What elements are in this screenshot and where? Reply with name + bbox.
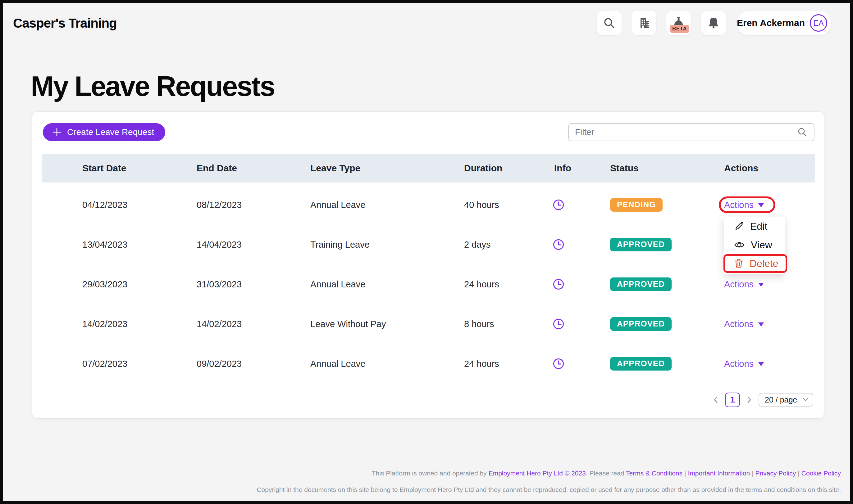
eye-icon [734,241,745,249]
user-name: Eren Ackerman [737,18,805,28]
create-leave-request-button[interactable]: Create Leave Request [43,123,165,141]
status-badge: PENDING [610,198,663,211]
row-4-actions-dropdown-trigger[interactable]: Actions [724,319,764,329]
header-status: Status [610,154,639,182]
search-button[interactable] [597,11,622,35]
important-information-link[interactable]: Important Information [688,470,750,477]
search-icon [603,17,615,29]
status-badge: APPROVED [610,238,672,251]
privacy-policy-link[interactable]: Privacy Policy [755,470,796,477]
clock-icon [552,278,565,290]
menu-item-delete[interactable]: Delete [724,254,787,273]
page-size-value: 20 / page [765,395,797,404]
actions-cell: Actions [724,344,764,383]
status-cell: APPROVED [610,304,672,344]
duration-cell: 24 hours [464,265,499,304]
separator: | [750,470,755,477]
screen: Casper's Training [0,0,853,504]
footer-text: . Please read [586,470,626,477]
table-row: 14/02/2023 14/02/2023 Leave Without Pay … [41,304,815,344]
notifications-button[interactable] [701,11,726,35]
chevron-down-icon [803,398,808,401]
header-leave-type: Leave Type [310,154,360,182]
end-date-cell: 08/12/2023 [197,185,242,225]
company-link[interactable]: Employment Hero Pty Ltd © 2023 [489,470,586,477]
app-title: Casper's Training [13,11,117,36]
status-cell: PENDING [610,185,663,225]
table-header-row: Start Date End Date Leave Type Duration … [41,154,815,182]
duration-cell: 8 hours [464,304,494,344]
table-row: 13/04/2023 14/04/2023 Training Leave 2 d… [41,225,815,265]
end-date-cell: 14/04/2023 [197,225,242,265]
actions-label: Actions [724,279,754,290]
clock-icon [552,358,565,370]
pencil-icon [734,221,744,231]
terms-link[interactable]: Terms & Conditions [626,470,682,477]
organisation-button[interactable] [631,11,656,35]
trash-icon [734,258,743,268]
status-badge: APPROVED [610,317,672,330]
menu-item-label: Edit [750,221,767,232]
duration-cell: 40 hours [464,185,499,225]
menu-item-view[interactable]: View [724,236,785,254]
actions-cell: Actions [724,304,764,344]
chevron-down-icon [758,283,764,287]
info-cell[interactable] [552,225,565,265]
cookie-policy-link[interactable]: Cookie Policy [801,470,841,477]
header-info: Info [554,154,571,182]
clock-icon [552,318,565,330]
menu-item-edit[interactable]: Edit [724,217,785,236]
organisation-icon [637,16,651,30]
leave-type-cell: Annual Leave [310,344,365,383]
page-title: My Leave Requests [31,72,274,100]
clock-icon [552,199,565,211]
row-1-actions-dropdown-trigger[interactable]: Actions [724,200,764,210]
header-start-date: Start Date [82,154,126,182]
row-3-actions-dropdown-trigger[interactable]: Actions [724,279,764,290]
notifications-bell-icon [707,16,720,30]
page-size-select[interactable]: 20 / page [759,393,813,407]
beta-badge: BETA [670,25,689,33]
leave-requests-card: Create Leave Request Start Date End Date… [32,111,824,419]
start-date-cell: 14/02/2023 [82,304,127,344]
table-row: 04/12/2023 08/12/2023 Annual Leave 40 ho… [41,185,815,225]
actions-label: Actions [724,319,754,329]
create-leave-request-label: Create Leave Request [67,127,154,137]
status-cell: APPROVED [610,265,672,304]
table-row: 29/03/2023 31/03/2023 Annual Leave 24 ho… [41,265,815,304]
header-duration: Duration [464,154,502,182]
row-5-actions-dropdown-trigger[interactable]: Actions [724,359,764,369]
leave-type-cell: Annual Leave [310,265,365,304]
info-cell[interactable] [552,265,565,304]
actions-label: Actions [724,359,754,369]
info-cell[interactable] [552,344,565,383]
footer-text: This Platform is owned and operated by [372,470,489,477]
menu-item-label: View [751,239,772,251]
previous-page-button[interactable] [712,394,720,406]
avatar: EA [810,14,827,32]
info-cell[interactable] [552,304,565,344]
page-number-button[interactable]: 1 [725,393,740,407]
info-cell[interactable] [552,185,565,225]
status-badge: APPROVED [610,277,672,291]
leave-type-cell: Leave Without Pay [310,304,386,344]
header-end-date: End Date [197,154,237,182]
next-page-button[interactable] [745,394,753,406]
footer-legal-line: This Platform is owned and operated by E… [372,470,841,477]
status-cell: APPROVED [610,225,672,265]
filter-field [568,123,815,141]
duration-cell: 2 days [464,225,490,265]
filter-input[interactable] [575,127,797,137]
status-cell: APPROVED [610,344,672,383]
header-actions: Actions [724,154,758,182]
labs-beta-button[interactable]: BETA [666,11,691,35]
start-date-cell: 07/02/2023 [82,344,127,383]
clock-icon [552,238,565,251]
status-badge: APPROVED [610,357,672,370]
separator: | [796,470,801,477]
end-date-cell: 31/03/2023 [197,265,242,304]
filter-search-icon[interactable] [797,127,808,138]
leave-type-cell: Training Leave [310,225,370,265]
chevron-down-icon [758,203,764,207]
user-menu[interactable]: Eren Ackerman EA [737,11,831,35]
